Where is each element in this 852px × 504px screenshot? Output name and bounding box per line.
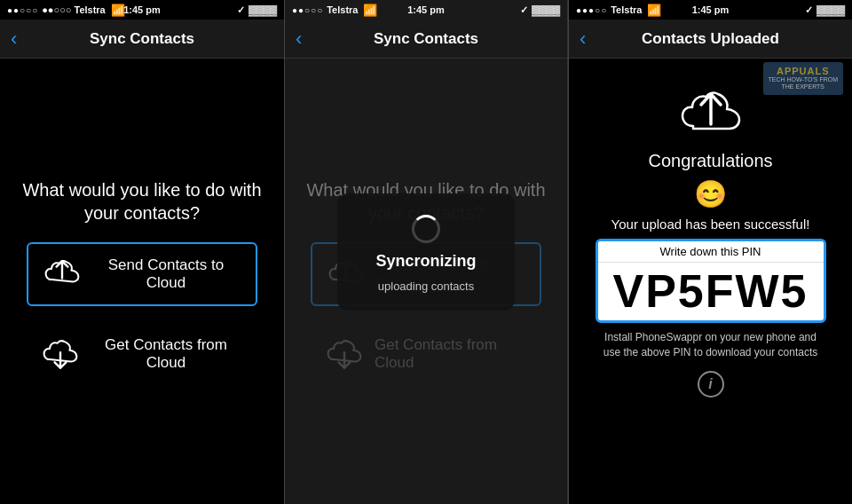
carrier-2: ●●○○○ Telstra 📶 <box>292 4 377 17</box>
info-button[interactable]: i <box>698 371 724 398</box>
pin-value: VP5FW5 <box>598 263 824 320</box>
right-status-2: ✓ ▓▓▓▓ <box>520 4 560 16</box>
time-3: 1:45 pm <box>692 4 730 15</box>
get-button-dim: Get Contacts from Cloud <box>311 324 541 384</box>
back-button-2[interactable]: ‹ <box>296 29 302 49</box>
panel1-content: What would you like to do with your cont… <box>0 59 284 504</box>
smiley-face: 😊 <box>694 178 727 209</box>
panel-uploaded: ●●●○○ Telstra 📶 1:45 pm ✓ ▓▓▓▓ ‹ Contact… <box>568 0 852 504</box>
syncing-subtitle: uploading contacts <box>378 280 474 293</box>
nav-bar-2: ‹ Sync Contacts <box>285 20 567 59</box>
right-status-1: ✓ ▓▓▓▓ <box>237 4 277 16</box>
wifi-icon-2: 📶 <box>363 4 377 17</box>
time-1: 1:45 pm <box>123 4 161 15</box>
nav-title-1: Sync Contacts <box>90 30 194 48</box>
bluetooth-icon-2: ✓ <box>520 4 528 16</box>
signal-dots-1: ●●○○○ <box>7 5 38 15</box>
get-from-cloud-label: Get Contacts from Cloud <box>91 336 241 372</box>
cloud-download-icon <box>43 339 78 370</box>
send-to-cloud-label: Send Contacts to Cloud <box>92 256 240 292</box>
congratulations-text: Congratulations <box>648 151 772 171</box>
panel3-content: APPUALS TECH HOW-TO'S FROMTHE EXPERTS Co… <box>569 59 852 504</box>
cloud-download-dim-icon <box>327 339 362 370</box>
nav-bar-3: ‹ Contacts Uploaded <box>569 20 852 59</box>
wifi-icon-3: 📶 <box>647 4 661 17</box>
success-text: Your upload has been successful! <box>611 217 810 232</box>
get-dim-label: Get Contacts from Cloud <box>375 336 525 372</box>
cloud-upload-icon <box>44 259 80 290</box>
panel-syncing: ●●○○○ Telstra 📶 1:45 pm ✓ ▓▓▓▓ ‹ Sync Co… <box>284 0 568 504</box>
loading-spinner <box>412 215 440 243</box>
nav-title-2: Sync Contacts <box>374 30 478 48</box>
pin-label: Write down this PIN <box>598 241 824 263</box>
syncing-title: Syncronizing <box>375 252 476 271</box>
carrier-name-3: Telstra <box>611 4 642 15</box>
send-to-cloud-button[interactable]: Send Contacts to Cloud <box>27 242 257 306</box>
nav-title-3: Contacts Uploaded <box>642 30 779 48</box>
battery-icon-2: ▓▓▓▓ <box>532 4 560 15</box>
get-from-cloud-button[interactable]: Get Contacts from Cloud <box>27 324 257 384</box>
syncing-modal: Syncronizing uploading contacts <box>337 193 515 311</box>
bluetooth-icon-3: ✓ <box>805 4 813 16</box>
back-button-3[interactable]: ‹ <box>580 29 586 49</box>
install-text: Install PhoneSwappr on your new phone an… <box>587 330 834 360</box>
bluetooth-icon-1: ✓ <box>237 4 245 16</box>
info-icon: i <box>708 376 712 392</box>
watermark-title: APPUALS <box>777 66 830 76</box>
question-text-1: What would you like to do with your cont… <box>18 178 266 224</box>
cloud-upload-large-icon <box>680 91 742 144</box>
carrier-3: ●●●○○ Telstra 📶 <box>576 4 661 17</box>
back-button-1[interactable]: ‹ <box>11 29 17 49</box>
panel-sync-contacts: ●●○○○ ●●○○○ Telstra 📶 1:45 pm ✓ ▓▓▓▓ ‹ S… <box>0 0 284 504</box>
carrier-name-2: Telstra <box>327 4 358 15</box>
watermark-sub: TECH HOW-TO'S FROMTHE EXPERTS <box>769 76 838 91</box>
battery-icon-1: ▓▓▓▓ <box>248 4 277 15</box>
time-2: 1:45 pm <box>407 4 445 15</box>
pin-box: Write down this PIN VP5FW5 <box>596 239 826 323</box>
carrier-name-1: ●●○○○ Telstra <box>42 4 106 15</box>
carrier-1: ●●○○○ ●●○○○ Telstra 📶 <box>7 4 125 17</box>
battery-icon-3: ▓▓▓▓ <box>816 4 845 15</box>
status-bar-2: ●●○○○ Telstra 📶 1:45 pm ✓ ▓▓▓▓ <box>285 0 567 20</box>
status-bar-3: ●●●○○ Telstra 📶 1:45 pm ✓ ▓▓▓▓ <box>569 0 852 20</box>
nav-bar-1: ‹ Sync Contacts <box>0 20 284 59</box>
status-bar-1: ●●○○○ ●●○○○ Telstra 📶 1:45 pm ✓ ▓▓▓▓ <box>0 0 284 20</box>
right-status-3: ✓ ▓▓▓▓ <box>805 4 845 16</box>
appuals-watermark: APPUALS TECH HOW-TO'S FROMTHE EXPERTS <box>763 62 843 95</box>
signal-2: ●●○○○ <box>292 5 323 15</box>
signal-3: ●●●○○ <box>576 5 607 15</box>
